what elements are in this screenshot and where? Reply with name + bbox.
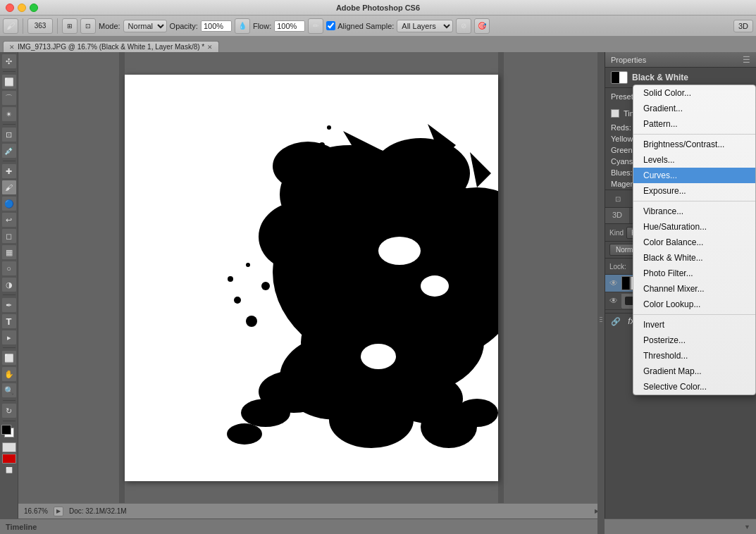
layer-eye-bg[interactable]: 👁 [608,295,619,306]
pen-tool[interactable]: ✒ [1,297,17,313]
lt-sep-7 [3,421,16,421]
menu-item[interactable]: Color Balance... [633,235,755,250]
menu-item[interactable]: Photo Filter... [633,266,755,281]
marquee-tool[interactable]: ⬜ [1,74,17,89]
menu-item[interactable]: Selective Color... [633,379,755,395]
type-tool[interactable]: T [1,313,17,329]
menu-item[interactable]: Pattern... [633,116,755,132]
screen-mode-icon[interactable]: ⬜ [6,467,13,473]
timeline-label: Timeline [6,523,37,531]
gripper-line [600,319,602,320]
menu-item[interactable]: Curves... [633,168,755,183]
svg-point-32 [378,237,421,265]
zoom-arrow-icon: ▶ [56,508,61,514]
flow-input[interactable]: 100% [274,20,305,32]
left-toolbar: ✣ ⬜ ⌒ ✴ ⊡ 💉 ✚ 🖌 🔵 ↩ ◻ ▦ ○ ◑ ✒ T ▸ ⬜ ✋ 🔍 … [0,52,18,519]
eraser-tool[interactable]: ◻ [1,228,17,244]
lasso-tool[interactable]: ⌒ [1,90,17,106]
sample-select[interactable]: All Layers [397,20,453,32]
properties-menu-btn[interactable]: ☰ [743,55,750,65]
mode-select[interactable]: Normal [123,20,167,32]
minimize-button[interactable] [18,4,26,12]
brush-size-value: 363 [35,22,47,30]
stylus-icon[interactable]: ✏ [308,18,323,34]
path-select-tool[interactable]: ▸ [1,330,17,345]
shape-tool[interactable]: ⬜ [1,350,17,366]
menu-item[interactable]: Vibrance... [633,204,755,219]
status-bar: 16.67% ▶ Doc: 32.1M/32.1M ▶ [18,503,605,519]
blur-tool[interactable]: ○ [1,261,17,276]
eyedropper-tool[interactable]: 💉 [1,143,17,159]
traffic-lights [6,4,38,12]
ignore-adj-icon[interactable]: ⊘ [456,18,471,34]
clone-3d-icon[interactable]: 🎯 [474,18,490,34]
svg-point-21 [283,197,291,206]
move-tool[interactable]: ✣ [1,54,17,69]
tint-checkbox[interactable] [611,109,619,118]
menu-item[interactable]: Gradient Map... [633,364,755,379]
standard-mode-icon[interactable] [2,442,16,452]
close-button[interactable] [6,4,14,12]
brush-tool[interactable]: 🖌 [1,180,17,195]
threed-button[interactable]: 3D [733,20,753,32]
menu-item[interactable]: Threshold... [633,348,755,364]
airbrush-icon[interactable]: 💧 [235,18,250,34]
menu-item[interactable]: Black & White... [633,250,755,266]
menu-item[interactable]: Channel Mixer... [633,281,755,297]
menu-item[interactable]: Solid Color... [633,85,755,101]
foreground-color[interactable] [1,425,11,435]
zoom-info-btn[interactable]: ▶ [54,507,63,516]
menu-item[interactable]: Color Lookup... [633,297,755,312]
link-layers-btn[interactable]: 🔗 [609,316,622,327]
brush-tool-icon[interactable]: 🖌 [3,18,18,34]
magic-wand-tool[interactable]: ✴ [1,106,17,122]
aligned-checkbox[interactable] [326,21,335,30]
dodge-tool[interactable]: ◑ [1,277,17,292]
tab-close-icon[interactable]: ✕ [207,44,213,51]
hand-tool[interactable]: ✋ [1,366,17,382]
mode-label: Mode: [99,22,120,30]
rotate-tool[interactable]: ↻ [1,403,17,418]
gripper-strip[interactable] [597,52,605,534]
document-tab[interactable]: ✕ IMG_9713.JPG @ 16.7% (Black & White 1,… [3,41,219,52]
menu-item[interactable]: Levels... [633,152,755,168]
brush-settings-icon[interactable]: 363 [27,18,53,34]
right-gripper[interactable] [498,52,504,503]
clone-stamp-tool[interactable]: 🔵 [1,196,17,211]
tab-3d[interactable]: 3D [605,208,630,223]
view-prev-icon[interactable]: ⊡ [611,193,625,204]
svg-point-14 [241,399,290,427]
opacity-input[interactable]: 100% [201,20,232,32]
lock-label: Lock: [609,263,633,271]
dropdown-menu: Solid Color...Gradient...Pattern...Brigh… [633,85,756,395]
history-brush-tool[interactable]: ↩ [1,212,17,228]
lt-sep-3 [3,161,16,161]
close-tab-icon[interactable]: ✕ [9,44,15,51]
menu-item[interactable]: Invert [633,317,755,333]
layer-eye-bw[interactable]: 👁 [608,278,619,289]
svg-point-6 [259,201,343,272]
crop-tool[interactable]: ⊡ [1,127,17,142]
menu-item[interactable]: Exposure... [633,183,755,199]
menu-item[interactable]: Posterize... [633,333,755,348]
healing-tool[interactable]: ✚ [1,163,17,179]
menu-item[interactable]: Hue/Saturation... [633,219,755,235]
svg-point-20 [246,263,250,267]
gradient-tool[interactable]: ▦ [1,244,17,260]
gripper-line [600,321,602,322]
fg-bg-colors[interactable] [1,425,17,440]
clone-src-icon[interactable]: ⊞ [62,18,78,34]
left-gripper[interactable] [119,52,125,503]
timeline-collapse-btn[interactable]: ▼ [744,523,750,530]
doc-size: Doc: 32.1M/32.1M [69,507,127,515]
brush-preview-icon[interactable]: ⊡ [80,18,96,34]
top-toolbar: 🖌 363 ⊞ ⊡ Mode: Normal Opacity: 100% 💧 F… [0,15,756,37]
zoom-tool[interactable]: 🔍 [1,383,17,398]
menu-item[interactable]: Gradient... [633,101,755,116]
properties-panel-header: Properties ☰ [605,52,756,68]
menu-item[interactable]: Brightness/Contrast... [633,137,755,152]
quick-mask-icon[interactable] [2,454,16,464]
toolbar-sep-2 [57,18,58,34]
opacity-label: Opacity: [170,22,198,30]
maximize-button[interactable] [30,4,38,12]
